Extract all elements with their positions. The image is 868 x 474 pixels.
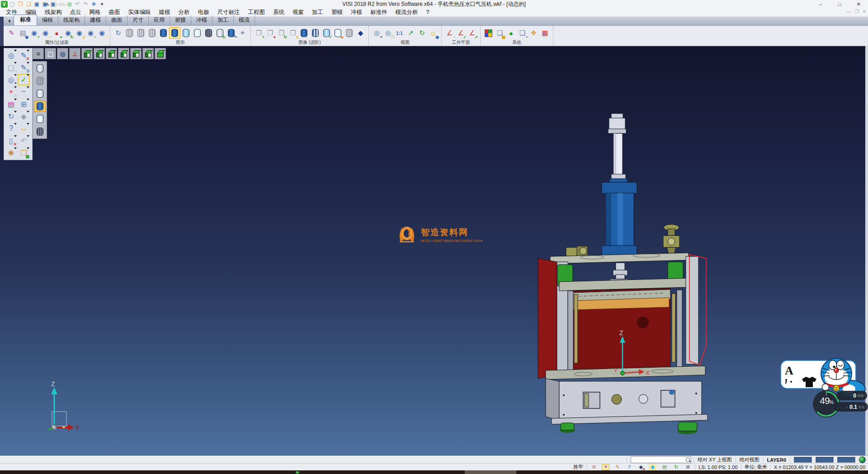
sketch-icon[interactable]: ✎ S	[18, 62, 30, 73]
tab-modeling[interactable]: 建模	[85, 15, 106, 25]
erase-entity-icon[interactable]: ✎ ✕	[18, 49, 30, 61]
modify-attributes-icon[interactable]: ✎	[6, 27, 17, 39]
zoom-dynamic-icon[interactable]: ◎	[5, 49, 17, 61]
print-preview-icon[interactable]: ◎	[66, 0, 73, 8]
adv-refresh-icon[interactable]: ❐ ↻	[276, 27, 287, 39]
machine-model[interactable]: Z X Y	[533, 111, 714, 436]
tab-dimension[interactable]: 尺寸	[127, 15, 149, 25]
tab-edit[interactable]: 编辑	[37, 15, 58, 25]
stamp-icon[interactable]: ✎	[613, 464, 621, 470]
view-menu-icon[interactable]: ≡	[33, 48, 44, 59]
strip-render-mesh-icon[interactable]	[34, 126, 46, 137]
dashed-hidden-mode-icon[interactable]	[146, 27, 158, 39]
options-window-icon[interactable]: ❏ +	[517, 27, 528, 39]
hidden-line-mode-icon[interactable]	[135, 27, 146, 39]
zoom-extents-icon[interactable]: ▢ ◦	[5, 62, 17, 73]
tab-mold[interactable]: 塑膜	[170, 15, 191, 25]
no-snap-icon[interactable]: ⊘	[590, 464, 598, 470]
snap-point-icon[interactable]: ◆ ✕	[637, 464, 645, 470]
desktop-widget[interactable]: A	[778, 356, 868, 422]
striped-view-icon[interactable]	[310, 27, 321, 39]
hide-entities-icon[interactable]: ◉ −	[40, 27, 51, 39]
zoom-in-icon[interactable]: ◎ +	[371, 27, 382, 39]
shaded-mode-icon[interactable]	[158, 27, 169, 39]
view-cube-front-icon[interactable]	[94, 48, 105, 59]
menu-item[interactable]: 冲模	[347, 8, 366, 17]
tab-machining[interactable]: 加工	[212, 15, 234, 25]
menu-item[interactable]: 塑模	[327, 8, 347, 17]
window-layout-icon[interactable]: ⊞	[18, 98, 30, 110]
grid-snap-icon[interactable]: ⊞	[684, 464, 692, 470]
workplane-indicator-icon[interactable]: ◆	[649, 464, 656, 470]
flagged-view-icon[interactable]: ▰	[332, 27, 344, 39]
zoom-actual-icon[interactable]: 1:1	[394, 27, 405, 39]
wireframe-mode-icon[interactable]	[124, 27, 135, 39]
toggle-visibility-icon[interactable]: ◉ ±	[74, 27, 85, 39]
entity-info-icon[interactable]: ▤ ◉	[17, 27, 28, 39]
globe-icon[interactable]	[859, 456, 866, 463]
attribute-paint-icon[interactable]: ▤	[5, 98, 17, 110]
maximize-button[interactable]: □	[830, 0, 849, 8]
mdi-minimize-button[interactable]: —	[847, 9, 851, 14]
save-icon[interactable]: ▣	[33, 0, 41, 8]
pan-view-icon[interactable]: ↗	[405, 27, 416, 39]
view-cube-shaded-icon[interactable]	[155, 48, 166, 59]
save-as-icon[interactable]: ▣ ✎	[41, 0, 49, 8]
wand-icon[interactable]: ✦	[602, 464, 609, 470]
adv-wireframe-icon[interactable]	[344, 27, 355, 39]
print-icon[interactable]: ▭ ↑	[57, 0, 65, 8]
solid-cube-icon[interactable]: ◆	[355, 27, 366, 39]
render-settings-icon[interactable]: ✦	[237, 27, 248, 39]
menu-item[interactable]: 模流分析	[392, 8, 422, 17]
menu-item[interactable]: 系统	[269, 8, 288, 17]
refresh-visibility-icon[interactable]: ◉ ↻	[62, 27, 74, 39]
strip-render-white-icon[interactable]	[34, 63, 46, 74]
units-readout[interactable]: 单位: 毫米	[745, 464, 767, 470]
strip-render-hidden-icon[interactable]	[34, 88, 46, 99]
save-all-icon[interactable]: ▣ ↑	[49, 0, 57, 8]
dynamic-view-icon[interactable]: ☺ ◉	[428, 27, 439, 39]
mdi-close-button[interactable]: ✕	[863, 9, 866, 14]
help-icon[interactable]: ?	[5, 123, 17, 134]
open-file-icon[interactable]: ❐	[17, 0, 24, 8]
view-mode-label[interactable]: 绝对 XY 上视图	[698, 456, 732, 463]
refresh-view-icon[interactable]: ↻	[5, 110, 17, 122]
close-button[interactable]: ✕	[849, 0, 868, 8]
auto-rotate-icon[interactable]: ↻	[672, 464, 680, 470]
absolute-view-label[interactable]: 绝对视图	[740, 456, 760, 463]
workplane-view-icon[interactable]: ∠ ↗	[467, 27, 478, 39]
ghost-mode-icon[interactable]	[192, 27, 203, 39]
toolbar-options-icon[interactable]: ▾	[98, 0, 106, 8]
mdi-restore-button[interactable]: ❐	[855, 9, 859, 14]
new-file-icon[interactable]: ▢	[9, 0, 16, 8]
pick-settings-icon[interactable]: ❖	[528, 27, 539, 39]
fit-view-icon[interactable]: ▢	[45, 48, 56, 59]
system-config-icon[interactable]: ● +	[505, 27, 517, 39]
adv-toggle-icon[interactable]: ❐ ±	[287, 27, 298, 39]
zoom-view-icon[interactable]: ◎	[57, 48, 68, 59]
minimize-button[interactable]: –	[811, 0, 830, 8]
undo-icon[interactable]: ↶	[74, 0, 81, 8]
strip-render-ghost-icon[interactable]	[34, 114, 46, 124]
taskbar[interactable]	[0, 470, 868, 474]
rotate-view-icon[interactable]: ↻	[416, 27, 428, 39]
menu-item[interactable]: 标准件	[366, 8, 392, 17]
view-cube-iso1-icon[interactable]	[118, 48, 129, 59]
delete-trash-icon[interactable]: ▯ ✕	[5, 135, 17, 147]
tab-wireframe[interactable]: 线架构	[58, 15, 85, 25]
workplane-entity-icon[interactable]: ∠ ✓	[455, 27, 467, 39]
view-cube-iso2-icon[interactable]	[130, 48, 142, 59]
zoom-plus-icon[interactable]: ◎ +	[5, 74, 17, 85]
view-cube-right-icon[interactable]	[106, 48, 117, 59]
graphics-viewport[interactable]	[0, 46, 865, 456]
search-input[interactable]	[631, 456, 691, 463]
view-cube-top-icon[interactable]	[81, 48, 93, 59]
accept-icon[interactable]: ✓	[18, 74, 30, 85]
color-table-icon[interactable]	[483, 27, 494, 39]
dynamic-origin-icon[interactable]: + ↑	[5, 86, 17, 98]
measure-icon[interactable]: ↔	[18, 123, 30, 134]
navigate-wheel-icon[interactable]: ❋	[5, 147, 17, 159]
verified-view-icon[interactable]: ✓	[321, 27, 332, 39]
menu-item[interactable]: 加工	[308, 8, 327, 17]
layer-manager-icon[interactable]: ❏ ▦	[494, 27, 505, 39]
